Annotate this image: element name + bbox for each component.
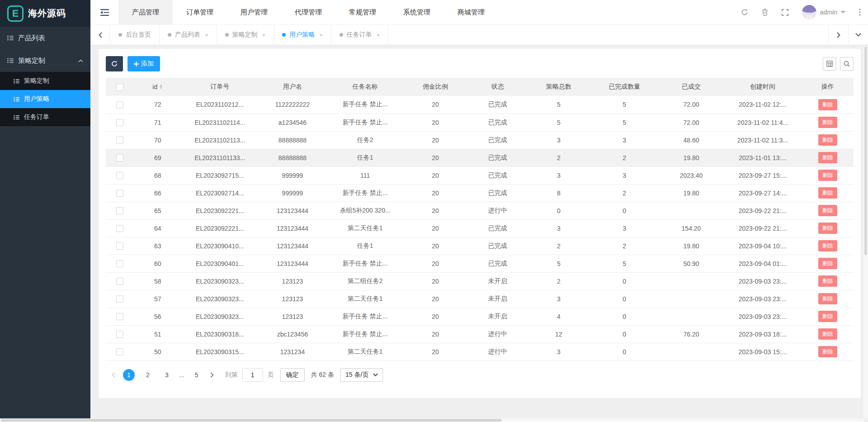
row-checkbox[interactable] (116, 313, 123, 320)
column-header-actions: 操作 (802, 78, 854, 96)
column-header-id[interactable]: id▲▼ (133, 78, 182, 96)
nav-item-product[interactable]: 产品管理 (118, 0, 173, 24)
confirm-button[interactable]: 确定 (280, 368, 305, 382)
delete-button[interactable]: 删除 (818, 311, 837, 322)
row-checkbox[interactable] (116, 225, 123, 232)
delete-button[interactable]: 删除 (818, 205, 837, 216)
row-checkbox[interactable] (116, 101, 123, 109)
cell-commission: 20 (403, 290, 468, 308)
cell-created: 2023-09-03 15:... (723, 343, 802, 360)
tab-actions-button[interactable] (848, 25, 868, 45)
cell-amount: 19.80 (659, 237, 724, 255)
page-button-5[interactable]: 5 (191, 369, 203, 381)
table-row: 69 EL20231101133... 88888888 任务1 20 已完成 … (106, 149, 854, 166)
user-menu[interactable]: admin (802, 5, 845, 19)
vertical-scrollbar[interactable] (863, 46, 868, 418)
table-refresh-button[interactable] (106, 56, 123, 71)
horizontal-scrollbar[interactable] (0, 418, 863, 422)
row-checkbox[interactable] (116, 154, 123, 161)
cell-created: 2023-09-27 15:... (723, 166, 802, 184)
delete-button[interactable]: 删除 (818, 187, 837, 199)
row-checkbox[interactable] (116, 119, 123, 126)
sidebar-item-product-list[interactable]: 产品列表 (0, 27, 90, 49)
nav-item-user[interactable]: 用户管理 (227, 0, 281, 24)
clear-cache-button[interactable] (762, 9, 768, 16)
page-button-3[interactable]: 3 (161, 369, 173, 381)
sidebar-item-task-order[interactable]: 任务订单 (0, 108, 90, 126)
avatar (802, 5, 816, 19)
nav-item-agent[interactable]: 代理管理 (281, 0, 335, 24)
sidebar-item-strategy-group[interactable]: 策略定制 (0, 49, 90, 72)
row-checkbox[interactable] (116, 348, 123, 356)
tab-close-icon[interactable]: × (377, 32, 380, 38)
tab-close-icon[interactable]: × (319, 32, 323, 38)
table-row: 65 EL2023092221... 123123444 杀组5补200 320… (106, 202, 854, 219)
tab-scroll-left-button[interactable] (90, 25, 110, 45)
tab-product-list[interactable]: 产品列表 × (160, 25, 217, 45)
page-jump-input[interactable] (242, 368, 263, 382)
tab-scroll-right-button[interactable] (828, 25, 848, 45)
cell-actions: 删除 (802, 149, 854, 166)
cell-total: 12 (528, 325, 590, 343)
delete-button[interactable]: 删除 (818, 275, 837, 287)
cell-completed: 0 (590, 202, 659, 219)
cell-order: EL2023090410... (182, 237, 258, 255)
delete-button[interactable]: 删除 (818, 328, 837, 340)
nav-item-mall[interactable]: 商城管理 (444, 0, 498, 24)
fullscreen-button[interactable] (782, 9, 788, 16)
cell-user: 1122222222 (258, 96, 327, 114)
page-size-select[interactable]: 15 条/页 (340, 368, 383, 382)
delete-button[interactable]: 删除 (818, 240, 837, 251)
sidebar-toggle-button[interactable] (90, 0, 118, 24)
cell-checkbox (106, 290, 133, 308)
vertical-scrollbar-thumb[interactable] (864, 47, 867, 255)
horizontal-scrollbar-thumb[interactable] (1, 419, 502, 422)
delete-button[interactable]: 删除 (818, 346, 837, 357)
tab-close-icon[interactable]: × (205, 32, 208, 38)
nav-item-general[interactable]: 常规管理 (335, 0, 390, 24)
prev-page-button[interactable] (108, 372, 119, 378)
row-checkbox[interactable] (116, 260, 123, 267)
add-button[interactable]: 添加 (127, 56, 160, 71)
tab-strategy-custom[interactable]: 策略定制 × (217, 25, 274, 45)
tab-close-icon[interactable]: × (262, 32, 266, 38)
menu-collapse-icon (100, 9, 109, 16)
delete-button[interactable]: 删除 (818, 170, 837, 181)
add-button-label: 添加 (141, 60, 154, 68)
delete-button[interactable]: 删除 (818, 223, 837, 234)
search-toggle-button[interactable] (840, 57, 854, 71)
tab-dashboard[interactable]: 后台首页 (110, 25, 160, 45)
delete-button[interactable]: 删除 (818, 152, 837, 163)
refresh-button[interactable] (741, 9, 748, 16)
row-checkbox[interactable] (116, 295, 123, 303)
row-checkbox[interactable] (116, 190, 123, 197)
cell-id: 58 (133, 272, 182, 290)
delete-button[interactable]: 删除 (818, 293, 837, 304)
sidebar-item-strategy-custom[interactable]: 策略定制 (0, 72, 90, 90)
delete-button[interactable]: 删除 (818, 258, 837, 269)
nav-item-system[interactable]: 系统管理 (390, 0, 444, 24)
row-checkbox[interactable] (116, 331, 123, 338)
select-all-checkbox[interactable] (116, 84, 123, 91)
row-checkbox[interactable] (116, 278, 123, 285)
tab-user-strategy[interactable]: 用户策略 × (274, 25, 331, 45)
sort-icon[interactable]: ▲▼ (159, 84, 163, 90)
delete-button[interactable]: 删除 (818, 117, 837, 128)
row-checkbox[interactable] (116, 207, 123, 214)
row-checkbox[interactable] (116, 242, 123, 250)
more-menu-button[interactable] (859, 9, 861, 16)
row-checkbox[interactable] (116, 172, 123, 179)
chevron-left-icon (112, 372, 115, 378)
delete-button[interactable]: 删除 (818, 134, 837, 146)
cell-task: 任务1 (327, 149, 403, 166)
sidebar-item-user-strategy[interactable]: 用户策略 (0, 90, 90, 108)
row-checkbox[interactable] (116, 137, 123, 144)
nav-item-order[interactable]: 订单管理 (173, 0, 227, 24)
delete-button[interactable]: 删除 (818, 99, 837, 110)
filter-columns-button[interactable] (823, 57, 836, 71)
page-button-2[interactable]: 2 (142, 369, 154, 381)
page-button-1[interactable]: 1 (123, 369, 135, 381)
tab-task-order[interactable]: 任务订单 × (331, 25, 389, 45)
cell-completed: 2 (590, 184, 659, 202)
next-page-button[interactable] (206, 372, 218, 378)
